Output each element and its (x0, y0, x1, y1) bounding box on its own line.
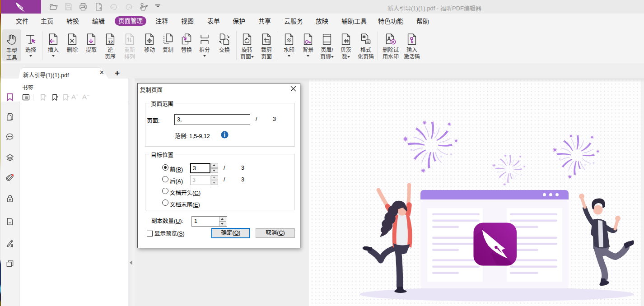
svg-text:12: 12 (108, 39, 113, 44)
